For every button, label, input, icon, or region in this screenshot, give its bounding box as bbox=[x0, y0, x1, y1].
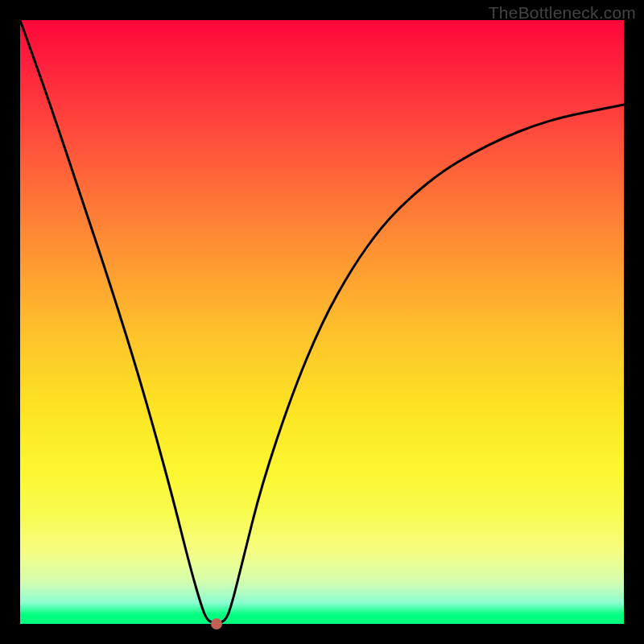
watermark-text: TheBottleneck.com bbox=[489, 3, 636, 23]
bottleneck-curve bbox=[20, 20, 624, 623]
chart-area bbox=[20, 20, 624, 624]
optimum-marker bbox=[211, 618, 222, 630]
curve-svg bbox=[20, 20, 624, 624]
